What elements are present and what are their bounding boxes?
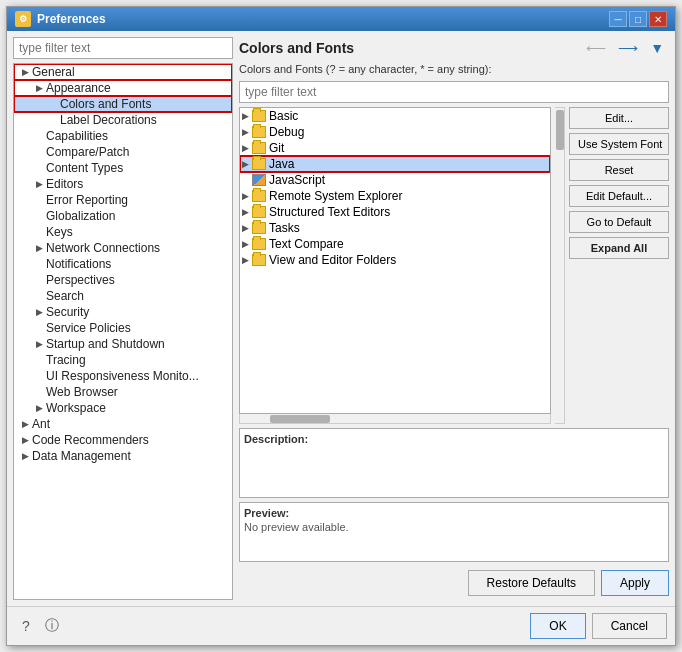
maximize-button[interactable]: □ xyxy=(629,11,647,27)
tree-item-data-management[interactable]: ▶ Data Management xyxy=(14,448,232,464)
color-item-remote-system-explorer[interactable]: ▶ Remote System Explorer xyxy=(240,188,550,204)
color-item-java[interactable]: ▶ Java xyxy=(240,156,550,172)
arrow-git: ▶ xyxy=(242,143,252,153)
label-network-connections: Network Connections xyxy=(46,241,160,255)
color-item-git[interactable]: ▶ Git xyxy=(240,140,550,156)
label-capabilities: Capabilities xyxy=(46,129,108,143)
tree-item-search[interactable]: Search xyxy=(14,288,232,304)
tree-item-workspace[interactable]: ▶ Workspace xyxy=(14,400,232,416)
label-ui-responsiveness: UI Responsiveness Monito... xyxy=(46,369,199,383)
tree-item-editors[interactable]: ▶ Editors xyxy=(14,176,232,192)
description-label: Description: xyxy=(244,433,664,445)
dialog-title: Preferences xyxy=(37,12,106,26)
vertical-scrollbar[interactable] xyxy=(555,107,565,424)
label-data-management: Data Management xyxy=(32,449,131,463)
arrow-text-compare: ▶ xyxy=(242,239,252,249)
tree-item-label-decorations[interactable]: Label Decorations xyxy=(14,112,232,128)
go-to-default-button[interactable]: Go to Default xyxy=(569,211,669,233)
title-bar: ⚙ Preferences ─ □ ✕ xyxy=(7,7,675,31)
label-view-editor-folders: View and Editor Folders xyxy=(269,253,396,267)
tree-item-content-types[interactable]: Content Types xyxy=(14,160,232,176)
arrow-editors: ▶ xyxy=(32,179,46,189)
color-item-text-compare[interactable]: ▶ Text Compare xyxy=(240,236,550,252)
label-compare-patch: Compare/Patch xyxy=(46,145,129,159)
color-item-view-editor-folders[interactable]: ▶ View and Editor Folders xyxy=(240,252,550,268)
menu-button[interactable]: ▼ xyxy=(645,37,669,59)
nav-buttons: ⟵ ⟶ ▼ xyxy=(581,37,669,59)
arrow-debug: ▶ xyxy=(242,127,252,137)
label-git: Git xyxy=(269,141,284,155)
dialog-footer: ? ⓘ OK Cancel xyxy=(7,606,675,645)
tree-item-capabilities[interactable]: Capabilities xyxy=(14,128,232,144)
preview-section: Preview: No preview available. xyxy=(239,502,669,562)
arrow-code-recommenders: ▶ xyxy=(18,435,32,445)
label-tracing: Tracing xyxy=(46,353,86,367)
tree-item-security[interactable]: ▶ Security xyxy=(14,304,232,320)
tree-item-error-reporting[interactable]: Error Reporting xyxy=(14,192,232,208)
label-text-compare: Text Compare xyxy=(269,237,344,251)
right-panel-header: Colors and Fonts ⟵ ⟶ ▼ xyxy=(239,37,669,59)
tree-item-network-connections[interactable]: ▶ Network Connections xyxy=(14,240,232,256)
arrow-workspace: ▶ xyxy=(32,403,46,413)
edit-default-button[interactable]: Edit Default... xyxy=(569,185,669,207)
label-remote-system-explorer: Remote System Explorer xyxy=(269,189,402,203)
color-tree[interactable]: ▶ Basic ▶ Debug ▶ xyxy=(239,107,551,414)
tree-item-startup-shutdown[interactable]: ▶ Startup and Shutdown xyxy=(14,336,232,352)
label-startup-shutdown: Startup and Shutdown xyxy=(46,337,165,351)
tree-item-general[interactable]: ▶ General xyxy=(14,64,232,80)
color-item-javascript[interactable]: JavaScript xyxy=(240,172,550,188)
left-tree[interactable]: ▶ General ▶ Appearance Colors and Fonts … xyxy=(13,63,233,600)
edit-button[interactable]: Edit... xyxy=(569,107,669,129)
tree-item-code-recommenders[interactable]: ▶ Code Recommenders xyxy=(14,432,232,448)
horiz-scrollbar-thumb xyxy=(270,415,330,423)
minimize-button[interactable]: ─ xyxy=(609,11,627,27)
tree-item-ant[interactable]: ▶ Ant xyxy=(14,416,232,432)
apply-button[interactable]: Apply xyxy=(601,570,669,596)
ok-button[interactable]: OK xyxy=(530,613,585,639)
tree-item-tracing[interactable]: Tracing xyxy=(14,352,232,368)
expand-all-button[interactable]: Expand All xyxy=(569,237,669,259)
tree-item-web-browser[interactable]: Web Browser xyxy=(14,384,232,400)
color-item-debug[interactable]: ▶ Debug xyxy=(240,124,550,140)
label-notifications: Notifications xyxy=(46,257,111,271)
right-buttons: Edit... Use System Font Reset Edit Defau… xyxy=(569,107,669,424)
forward-button[interactable]: ⟶ xyxy=(613,37,643,59)
help-button[interactable]: ? xyxy=(15,615,37,637)
label-java: Java xyxy=(269,157,294,171)
tree-item-appearance[interactable]: ▶ Appearance xyxy=(14,80,232,96)
horizontal-scrollbar[interactable] xyxy=(239,414,551,424)
color-item-tasks[interactable]: ▶ Tasks xyxy=(240,220,550,236)
folder-icon-remote-system-explorer xyxy=(252,190,266,202)
restore-defaults-button[interactable]: Restore Defaults xyxy=(468,570,595,596)
label-perspectives: Perspectives xyxy=(46,273,115,287)
bottom-left-buttons: ? ⓘ xyxy=(15,615,524,637)
info-button[interactable]: ⓘ xyxy=(41,615,63,637)
tree-item-globalization[interactable]: Globalization xyxy=(14,208,232,224)
label-javascript: JavaScript xyxy=(269,173,325,187)
reset-button[interactable]: Reset xyxy=(569,159,669,181)
tree-item-service-policies[interactable]: Service Policies xyxy=(14,320,232,336)
back-button[interactable]: ⟵ xyxy=(581,37,611,59)
label-general: General xyxy=(32,65,75,79)
arrow-security: ▶ xyxy=(32,307,46,317)
tree-item-keys[interactable]: Keys xyxy=(14,224,232,240)
close-button[interactable]: ✕ xyxy=(649,11,667,27)
color-item-structured-text-editors[interactable]: ▶ Structured Text Editors xyxy=(240,204,550,220)
use-system-font-button[interactable]: Use System Font xyxy=(569,133,669,155)
right-filter-input[interactable] xyxy=(239,81,669,103)
left-filter-input[interactable] xyxy=(13,37,233,59)
label-colors-fonts: Colors and Fonts xyxy=(60,97,151,111)
tree-item-ui-responsiveness[interactable]: UI Responsiveness Monito... xyxy=(14,368,232,384)
tree-item-perspectives[interactable]: Perspectives xyxy=(14,272,232,288)
tree-item-colors-fonts[interactable]: Colors and Fonts xyxy=(14,96,232,112)
label-search: Search xyxy=(46,289,84,303)
tree-item-notifications[interactable]: Notifications xyxy=(14,256,232,272)
preview-label: Preview: xyxy=(244,507,664,519)
label-error-reporting: Error Reporting xyxy=(46,193,128,207)
cancel-button[interactable]: Cancel xyxy=(592,613,667,639)
label-code-recommenders: Code Recommenders xyxy=(32,433,149,447)
color-item-basic[interactable]: ▶ Basic xyxy=(240,108,550,124)
action-row: Restore Defaults Apply xyxy=(239,566,669,600)
tree-item-compare-patch[interactable]: Compare/Patch xyxy=(14,144,232,160)
label-structured-text-editors: Structured Text Editors xyxy=(269,205,390,219)
